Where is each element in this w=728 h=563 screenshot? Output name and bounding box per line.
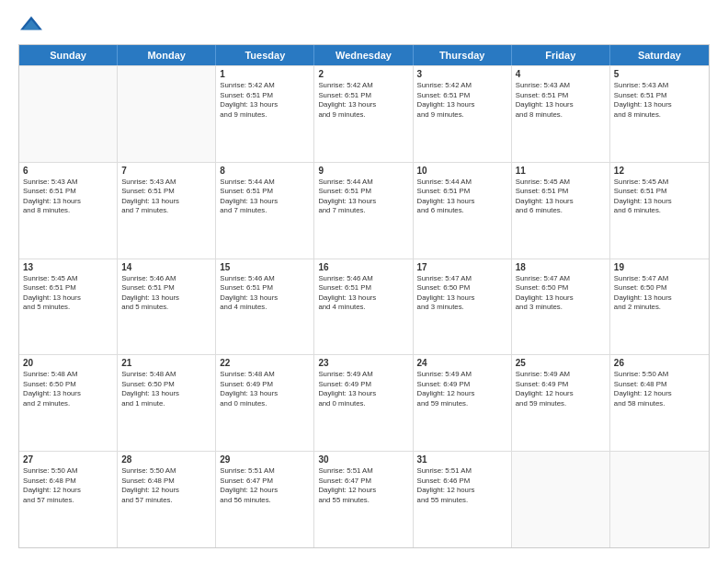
day-number: 9 (318, 166, 408, 176)
calendar-row-2: 6Sunrise: 5:43 AM Sunset: 6:51 PM Daylig… (19, 162, 709, 259)
calendar-cell: 6Sunrise: 5:43 AM Sunset: 6:51 PM Daylig… (19, 163, 118, 259)
day-info: Sunrise: 5:45 AM Sunset: 6:51 PM Dayligh… (516, 178, 606, 216)
day-info: Sunrise: 5:44 AM Sunset: 6:51 PM Dayligh… (318, 178, 408, 216)
calendar-cell: 26Sunrise: 5:50 AM Sunset: 6:48 PM Dayli… (610, 355, 709, 451)
calendar-cell: 1Sunrise: 5:42 AM Sunset: 6:51 PM Daylig… (216, 66, 314, 162)
weekday-header-saturday: Saturday (610, 45, 709, 65)
day-info: Sunrise: 5:50 AM Sunset: 6:48 PM Dayligh… (121, 466, 211, 505)
day-info: Sunrise: 5:47 AM Sunset: 6:50 PM Dayligh… (516, 274, 606, 313)
calendar-row-5: 27Sunrise: 5:50 AM Sunset: 6:48 PM Dayli… (19, 451, 709, 547)
calendar-cell: 22Sunrise: 5:48 AM Sunset: 6:49 PM Dayli… (216, 355, 314, 451)
calendar-cell: 16Sunrise: 5:46 AM Sunset: 6:51 PM Dayli… (314, 259, 413, 355)
weekday-header-tuesday: Tuesday (216, 45, 314, 65)
calendar-row-3: 13Sunrise: 5:45 AM Sunset: 6:51 PM Dayli… (19, 259, 709, 355)
day-number: 15 (220, 262, 310, 272)
day-number: 2 (318, 69, 408, 79)
day-number: 27 (23, 454, 113, 465)
calendar-cell: 25Sunrise: 5:49 AM Sunset: 6:49 PM Dayli… (512, 355, 610, 451)
calendar-cell: 3Sunrise: 5:42 AM Sunset: 6:51 PM Daylig… (414, 66, 512, 162)
day-info: Sunrise: 5:51 AM Sunset: 6:46 PM Dayligh… (417, 466, 507, 505)
day-number: 1 (220, 69, 310, 79)
day-number: 4 (516, 69, 606, 79)
day-number: 12 (614, 166, 705, 176)
day-info: Sunrise: 5:50 AM Sunset: 6:48 PM Dayligh… (23, 466, 113, 505)
day-info: Sunrise: 5:46 AM Sunset: 6:51 PM Dayligh… (318, 274, 408, 313)
day-info: Sunrise: 5:42 AM Sunset: 6:51 PM Dayligh… (318, 81, 408, 120)
calendar-cell: 24Sunrise: 5:49 AM Sunset: 6:49 PM Dayli… (414, 355, 512, 451)
calendar-cell: 5Sunrise: 5:43 AM Sunset: 6:51 PM Daylig… (610, 66, 709, 162)
day-number: 23 (318, 358, 408, 368)
calendar-cell: 27Sunrise: 5:50 AM Sunset: 6:48 PM Dayli… (19, 452, 118, 547)
calendar-cell: 2Sunrise: 5:42 AM Sunset: 6:51 PM Daylig… (314, 66, 413, 162)
day-number: 17 (417, 262, 507, 272)
day-number: 22 (220, 358, 310, 368)
calendar-cell: 14Sunrise: 5:46 AM Sunset: 6:51 PM Dayli… (118, 259, 216, 355)
calendar-cell (512, 452, 610, 547)
day-info: Sunrise: 5:46 AM Sunset: 6:51 PM Dayligh… (121, 274, 211, 313)
day-info: Sunrise: 5:48 AM Sunset: 6:50 PM Dayligh… (121, 370, 211, 408)
calendar-cell: 20Sunrise: 5:48 AM Sunset: 6:50 PM Dayli… (19, 355, 118, 451)
day-info: Sunrise: 5:49 AM Sunset: 6:49 PM Dayligh… (318, 370, 408, 408)
day-number: 13 (23, 262, 113, 272)
calendar-cell: 31Sunrise: 5:51 AM Sunset: 6:46 PM Dayli… (414, 452, 512, 547)
calendar-cell: 18Sunrise: 5:47 AM Sunset: 6:50 PM Dayli… (512, 259, 610, 355)
day-number: 31 (417, 454, 507, 465)
day-number: 10 (417, 166, 507, 176)
calendar: SundayMondayTuesdayWednesdayThursdayFrid… (18, 44, 710, 548)
calendar-cell: 10Sunrise: 5:44 AM Sunset: 6:51 PM Dayli… (414, 163, 512, 259)
calendar-header: SundayMondayTuesdayWednesdayThursdayFrid… (19, 45, 709, 65)
calendar-cell (19, 66, 118, 162)
calendar-cell: 30Sunrise: 5:51 AM Sunset: 6:47 PM Dayli… (314, 452, 413, 547)
calendar-cell (118, 66, 216, 162)
day-number: 19 (614, 262, 705, 272)
calendar-cell: 28Sunrise: 5:50 AM Sunset: 6:48 PM Dayli… (118, 452, 216, 547)
day-number: 3 (417, 69, 507, 79)
calendar-cell: 19Sunrise: 5:47 AM Sunset: 6:50 PM Dayli… (610, 259, 709, 355)
calendar-cell: 21Sunrise: 5:48 AM Sunset: 6:50 PM Dayli… (118, 355, 216, 451)
day-number: 26 (614, 358, 705, 368)
day-number: 5 (614, 69, 705, 79)
day-info: Sunrise: 5:50 AM Sunset: 6:48 PM Dayligh… (614, 370, 705, 408)
calendar-row-4: 20Sunrise: 5:48 AM Sunset: 6:50 PM Dayli… (19, 354, 709, 451)
day-info: Sunrise: 5:44 AM Sunset: 6:51 PM Dayligh… (417, 178, 507, 216)
calendar-cell: 9Sunrise: 5:44 AM Sunset: 6:51 PM Daylig… (314, 163, 413, 259)
day-number: 11 (516, 166, 606, 176)
day-info: Sunrise: 5:46 AM Sunset: 6:51 PM Dayligh… (220, 274, 310, 313)
day-number: 30 (318, 454, 408, 465)
day-info: Sunrise: 5:43 AM Sunset: 6:51 PM Dayligh… (121, 178, 211, 216)
calendar-cell: 15Sunrise: 5:46 AM Sunset: 6:51 PM Dayli… (216, 259, 314, 355)
day-number: 8 (220, 166, 310, 176)
day-info: Sunrise: 5:43 AM Sunset: 6:51 PM Dayligh… (23, 178, 113, 216)
calendar-cell: 13Sunrise: 5:45 AM Sunset: 6:51 PM Dayli… (19, 259, 118, 355)
weekday-header-monday: Monday (118, 45, 216, 65)
day-info: Sunrise: 5:45 AM Sunset: 6:51 PM Dayligh… (23, 274, 113, 313)
calendar-cell: 4Sunrise: 5:43 AM Sunset: 6:51 PM Daylig… (512, 66, 610, 162)
calendar-cell: 17Sunrise: 5:47 AM Sunset: 6:50 PM Dayli… (414, 259, 512, 355)
day-number: 16 (318, 262, 408, 272)
day-number: 28 (121, 454, 211, 465)
day-info: Sunrise: 5:47 AM Sunset: 6:50 PM Dayligh… (417, 274, 507, 313)
calendar-cell: 23Sunrise: 5:49 AM Sunset: 6:49 PM Dayli… (314, 355, 413, 451)
day-info: Sunrise: 5:48 AM Sunset: 6:49 PM Dayligh… (220, 370, 310, 408)
day-number: 21 (121, 358, 211, 368)
day-info: Sunrise: 5:43 AM Sunset: 6:51 PM Dayligh… (516, 81, 606, 120)
day-info: Sunrise: 5:47 AM Sunset: 6:50 PM Dayligh… (614, 274, 705, 313)
weekday-header-wednesday: Wednesday (314, 45, 413, 65)
day-info: Sunrise: 5:48 AM Sunset: 6:50 PM Dayligh… (23, 370, 113, 408)
page: SundayMondayTuesdayWednesdayThursdayFrid… (0, 0, 728, 563)
day-number: 29 (220, 454, 310, 465)
day-info: Sunrise: 5:43 AM Sunset: 6:51 PM Dayligh… (614, 81, 705, 120)
calendar-body: 1Sunrise: 5:42 AM Sunset: 6:51 PM Daylig… (19, 65, 709, 547)
day-number: 24 (417, 358, 507, 368)
day-info: Sunrise: 5:45 AM Sunset: 6:51 PM Dayligh… (614, 178, 705, 216)
day-number: 6 (23, 166, 113, 176)
calendar-cell: 29Sunrise: 5:51 AM Sunset: 6:47 PM Dayli… (216, 452, 314, 547)
calendar-row-1: 1Sunrise: 5:42 AM Sunset: 6:51 PM Daylig… (19, 65, 709, 162)
day-info: Sunrise: 5:44 AM Sunset: 6:51 PM Dayligh… (220, 178, 310, 216)
weekday-header-friday: Friday (512, 45, 610, 65)
day-info: Sunrise: 5:49 AM Sunset: 6:49 PM Dayligh… (516, 370, 606, 408)
day-number: 20 (23, 358, 113, 368)
day-number: 14 (121, 262, 211, 272)
day-number: 7 (121, 166, 211, 176)
logo-icon (18, 15, 44, 35)
